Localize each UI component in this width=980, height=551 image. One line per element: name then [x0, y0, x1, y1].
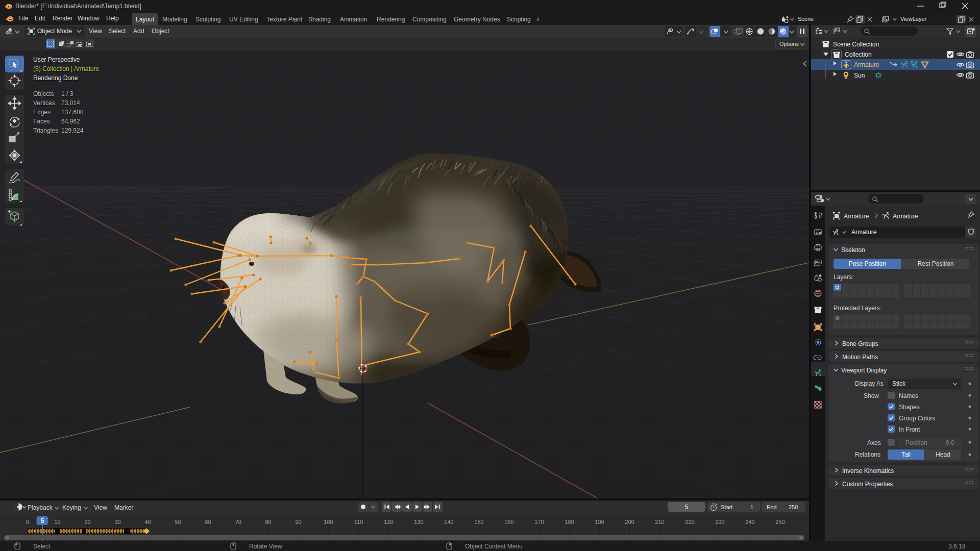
- svg-text:220: 220: [685, 519, 694, 525]
- svg-text:120: 120: [384, 519, 393, 525]
- svg-text:240: 240: [745, 519, 754, 525]
- svg-text:110: 110: [354, 519, 363, 525]
- svg-text:160: 160: [504, 519, 513, 525]
- svg-text:210: 210: [655, 519, 664, 525]
- svg-text:0: 0: [26, 519, 29, 525]
- svg-text:150: 150: [474, 519, 483, 525]
- svg-text:40: 40: [144, 519, 151, 525]
- svg-text:130: 130: [414, 519, 423, 525]
- svg-text:170: 170: [534, 519, 544, 525]
- svg-text:190: 190: [595, 519, 604, 525]
- svg-text:60: 60: [205, 519, 211, 525]
- svg-text:200: 200: [625, 519, 634, 525]
- svg-text:250: 250: [775, 519, 785, 525]
- svg-text:90: 90: [295, 519, 301, 525]
- svg-text:180: 180: [565, 519, 574, 525]
- svg-text:50: 50: [175, 519, 181, 525]
- svg-text:70: 70: [235, 519, 241, 525]
- svg-text:80: 80: [265, 519, 271, 525]
- svg-text:10: 10: [54, 519, 60, 525]
- svg-text:30: 30: [114, 519, 120, 525]
- svg-text:100: 100: [324, 519, 333, 525]
- svg-text:5: 5: [41, 517, 44, 524]
- svg-text:230: 230: [715, 519, 724, 525]
- svg-text:20: 20: [84, 519, 90, 525]
- svg-text:140: 140: [444, 519, 453, 525]
